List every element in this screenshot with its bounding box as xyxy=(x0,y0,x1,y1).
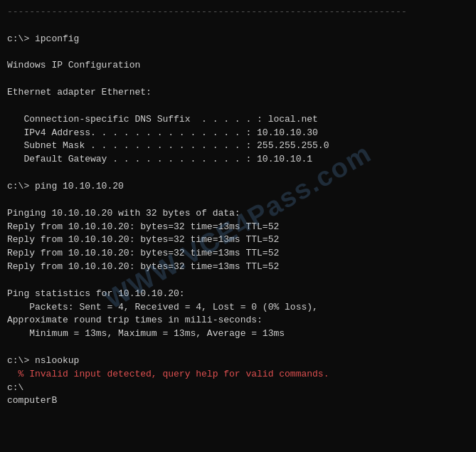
terminal-line: % Invalid input detected, query help for… xyxy=(7,368,469,382)
terminal-output: ----------------------------------------… xyxy=(7,6,469,408)
terminal-line: Reply from 10.10.10.20: bytes=32 time=13… xyxy=(7,247,469,261)
terminal-line: c:\> ping 10.10.10.20 xyxy=(7,180,469,194)
terminal-line: Default Gateway . . . . . . . . . . . . … xyxy=(7,153,469,167)
terminal-line: Minimum = 13ms, Maximum = 13ms, Average … xyxy=(7,327,469,341)
terminal-line: Subnet Mask . . . . . . . . . . . . . . … xyxy=(7,140,469,153)
terminal-line-empty xyxy=(7,167,469,180)
terminal-line: c:\> nslookup xyxy=(7,354,469,368)
terminal-line: Approximate round trip times in milli-se… xyxy=(7,314,469,327)
terminal-line-empty xyxy=(7,341,469,354)
terminal-line-empty xyxy=(7,274,469,288)
terminal-line-empty xyxy=(7,46,469,60)
terminal-line-empty xyxy=(7,19,469,33)
terminal-line: Reply from 10.10.10.20: bytes=32 time=13… xyxy=(7,221,469,234)
terminal-window: ----------------------------------------… xyxy=(0,0,476,452)
terminal-line: Ethernet adapter Ethernet: xyxy=(7,86,469,100)
terminal-line: c:\> ipconfig xyxy=(7,33,469,46)
terminal-line: Packets: Sent = 4, Received = 4, Lost = … xyxy=(7,301,469,315)
terminal-line: Reply from 10.10.10.20: bytes=32 time=13… xyxy=(7,233,469,247)
terminal-line: Windows IP Configuration xyxy=(7,59,469,73)
terminal-line-empty xyxy=(7,100,469,113)
terminal-line: c:\ xyxy=(7,382,469,395)
terminal-line: ----------------------------------------… xyxy=(7,6,469,19)
terminal-line-empty xyxy=(7,73,469,86)
terminal-line: Reply from 10.10.10.20: bytes=32 time=13… xyxy=(7,261,469,274)
terminal-line: Pinging 10.10.10.20 with 32 bytes of dat… xyxy=(7,207,469,221)
terminal-line: Connection-specific DNS Suffix . . . . .… xyxy=(7,113,469,127)
terminal-line-empty xyxy=(7,194,469,207)
terminal-line: computerB xyxy=(7,394,469,408)
terminal-line: Ping statistics for 10.10.10.20: xyxy=(7,288,469,301)
terminal-line: IPv4 Address. . . . . . . . . . . . . . … xyxy=(7,127,469,140)
